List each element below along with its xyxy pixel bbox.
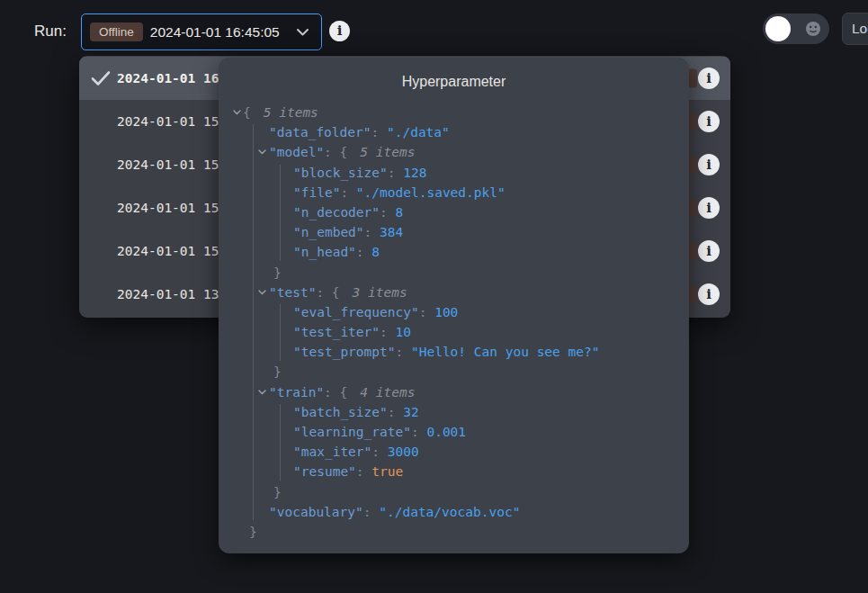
json-line: "block_size": 128 <box>219 163 689 183</box>
json-tree: {5 items"data_folder": "./data""model": … <box>219 103 689 548</box>
json-line: "test": {3 items <box>219 283 689 302</box>
run-timestamp: 2024-01-01 13 <box>117 287 219 301</box>
json-line: "max_iter": 3000 <box>219 442 689 462</box>
collapse-icon[interactable] <box>233 103 241 122</box>
indent-guide <box>280 404 281 481</box>
run-timestamp: 2024-01-01 15 <box>117 157 219 172</box>
json-line: } <box>219 522 689 542</box>
json-line: "resume": true <box>219 462 689 481</box>
indent-guide <box>280 165 281 261</box>
json-line: "train": {4 items <box>219 382 689 402</box>
smiley-icon <box>805 21 821 40</box>
run-info-icon[interactable]: i <box>329 21 350 41</box>
info-icon[interactable]: i <box>698 197 720 219</box>
run-select[interactable]: Offline 2024-01-01 16:45:05 <box>81 13 322 50</box>
log-button[interactable]: Log <box>842 13 868 45</box>
info-icon[interactable]: i <box>698 283 720 305</box>
json-line: "batch_size": 32 <box>219 402 689 422</box>
json-line: "file": "./model.saved.pkl" <box>219 183 689 202</box>
json-line: "learning_rate": 0.001 <box>219 422 689 442</box>
info-icon[interactable]: i <box>698 240 720 262</box>
run-timestamp: 2024-01-01 15 <box>117 114 219 129</box>
info-icon[interactable]: i <box>698 154 720 175</box>
hyperparameter-popover: Hyperparameter {5 items"data_folder": ".… <box>219 58 689 553</box>
json-line: "vocabulary": "./data/vocab.voc" <box>219 502 689 522</box>
check-icon <box>91 70 111 86</box>
chevron-down-icon <box>296 28 309 37</box>
collapse-icon[interactable] <box>258 142 266 162</box>
json-line: "test_prompt": "Hello! Can you see me?" <box>219 342 689 362</box>
collapse-icon[interactable] <box>258 283 266 302</box>
offline-badge: Offline <box>90 22 143 41</box>
theme-toggle[interactable] <box>763 13 829 44</box>
indent-guide <box>253 124 254 520</box>
json-line: {5 items <box>219 103 689 122</box>
toggle-knob <box>765 16 791 41</box>
info-icon[interactable]: i <box>698 67 720 89</box>
json-line: } <box>219 482 689 502</box>
json-line: "data_folder": "./data" <box>219 122 689 142</box>
json-line: "test_iter": 10 <box>219 322 689 342</box>
run-timestamp: 2024-01-01 15 <box>117 201 219 215</box>
run-select-value: 2024-01-01 16:45:05 <box>150 24 280 40</box>
collapse-icon[interactable] <box>258 382 266 402</box>
info-icon[interactable]: i <box>698 111 720 132</box>
indent-guide <box>280 304 281 361</box>
json-line: "n_head": 8 <box>219 242 689 262</box>
run-label: Run: <box>34 22 67 40</box>
json-line: "n_embed": 384 <box>219 222 689 242</box>
json-line: } <box>219 263 689 283</box>
run-timestamp: 2024-01-01 15 <box>117 244 219 258</box>
popover-title: Hyperparameter <box>219 74 689 90</box>
json-line: } <box>219 362 689 382</box>
json-line: "n_decoder": 8 <box>219 202 689 222</box>
json-line: "model": {5 items <box>219 142 689 162</box>
json-line: "eval_frequency": 100 <box>219 302 689 322</box>
